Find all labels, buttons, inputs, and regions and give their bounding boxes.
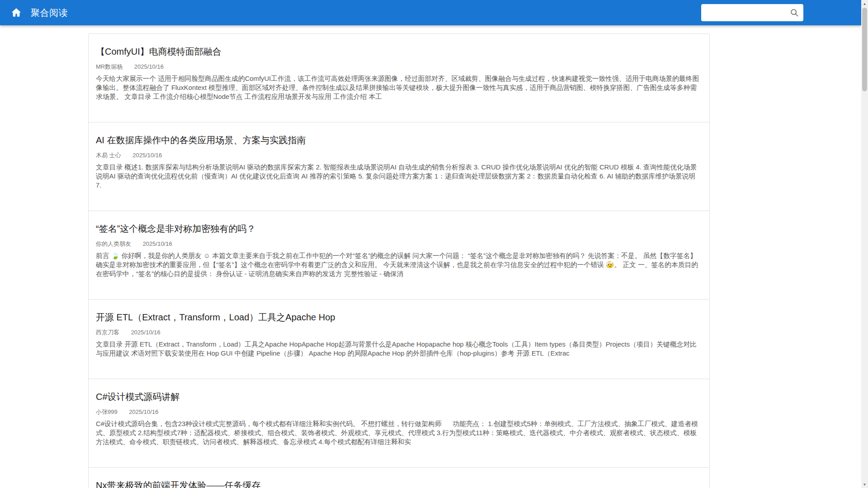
article-title[interactable]: AI 在数据库操作中的各类应用场景、方案与实践指南 xyxy=(96,134,702,146)
article-summary: 文章目录 开源 ETL（Extract，Transform，Load）工具之Ap… xyxy=(96,340,702,358)
article-summary: 文章目录 概述1. 数据库探索与结构分析场景说明AI 驱动的数据库探索方案 2.… xyxy=(96,163,702,190)
article-summary: 今天给大家展示一个 适用于相同脸型商品图生成的ComfyUI工作流，该工作流可高… xyxy=(96,74,702,101)
page-title: 聚合阅读 xyxy=(31,7,68,19)
article-title[interactable]: 开源 ETL（Extract，Transform，Load）工具之Apache … xyxy=(96,311,702,323)
article-list: 【ComfyUI】电商模特面部融合 MR数据杨 2025/10/16 今天给大家… xyxy=(88,33,710,488)
scrollbar[interactable]: ▲ ▼ xyxy=(861,0,868,488)
article-summary: 前言 🍃 你好啊，我是你的人类朋友 ☺ 本篇文章主要来自于我之前在工作中犯的一个… xyxy=(96,251,702,278)
article-card[interactable]: 【ComfyUI】电商模特面部融合 MR数据杨 2025/10/16 今天给大家… xyxy=(89,34,709,122)
article-title[interactable]: “签名”这个概念是非对称加密独有的吗？ xyxy=(96,223,702,235)
article-card[interactable]: “签名”这个概念是非对称加密独有的吗？ 你的人类朋友 2025/10/16 前言… xyxy=(89,211,709,299)
article-author: 你的人类朋友 xyxy=(96,240,131,247)
article-author: 西京刀客 xyxy=(96,329,119,336)
article-date: 2025/10/16 xyxy=(131,329,160,336)
article-author: MR数据杨 xyxy=(96,63,123,70)
scrollbar-down-arrow[interactable]: ▼ xyxy=(861,481,868,488)
article-meta: 小张999 2025/10/16 xyxy=(96,408,702,416)
article-date: 2025/10/16 xyxy=(134,63,164,70)
article-title[interactable]: 【ComfyUI】电商模特面部融合 xyxy=(96,46,702,57)
article-meta: 你的人类朋友 2025/10/16 xyxy=(96,240,702,248)
article-author: 木易 士心 xyxy=(96,152,121,159)
article-date: 2025/10/16 xyxy=(132,152,162,159)
article-meta: 木易 士心 2025/10/16 xyxy=(96,151,702,159)
article-summary: C#设计模式源码合集，包含23种设计模式完整源码，每个模式都有详细注释和实例代码… xyxy=(96,419,702,446)
scrollbar-up-arrow[interactable]: ▲ xyxy=(861,0,868,7)
scrollbar-thumb[interactable] xyxy=(862,8,867,91)
article-meta: 西京刀客 2025/10/16 xyxy=(96,328,702,336)
search-icon xyxy=(789,8,799,18)
home-icon xyxy=(10,7,22,19)
article-title[interactable]: C#设计模式源码讲解 xyxy=(96,391,702,403)
article-author: 小张999 xyxy=(96,408,118,415)
article-meta: MR数据杨 2025/10/16 xyxy=(96,63,702,70)
search-field xyxy=(701,4,803,21)
search-button[interactable] xyxy=(788,6,801,19)
article-card[interactable]: 开源 ETL（Extract，Transform，Load）工具之Apache … xyxy=(89,299,709,379)
article-card[interactable]: AI 在数据库操作中的各类应用场景、方案与实践指南 木易 士心 2025/10/… xyxy=(89,122,709,211)
article-date: 2025/10/16 xyxy=(129,408,158,415)
home-button[interactable] xyxy=(6,3,26,23)
article-card[interactable]: Nx带来极致的前端开发体验——任务缓存 xyxy=(89,467,709,488)
article-card[interactable]: C#设计模式源码讲解 小张999 2025/10/16 C#设计模式源码合集，包… xyxy=(89,379,709,467)
article-title[interactable]: Nx带来极致的前端开发体验——任务缓存 xyxy=(96,479,702,488)
article-date: 2025/10/16 xyxy=(143,240,172,247)
app-bar: 聚合阅读 xyxy=(0,0,861,25)
